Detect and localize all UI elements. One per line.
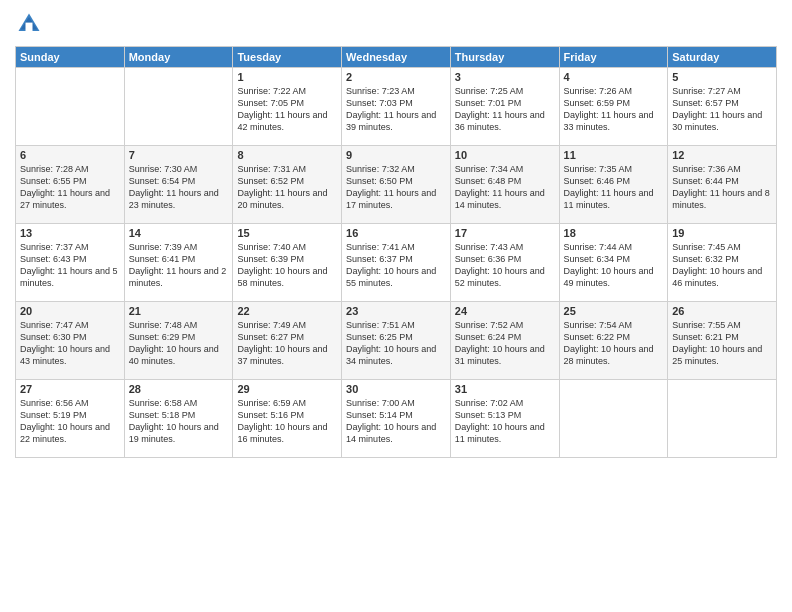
day-number: 15 — [237, 227, 337, 239]
calendar-cell: 13Sunrise: 7:37 AMSunset: 6:43 PMDayligh… — [16, 224, 125, 302]
cell-info: Sunrise: 6:59 AMSunset: 5:16 PMDaylight:… — [237, 397, 337, 446]
calendar-cell: 29Sunrise: 6:59 AMSunset: 5:16 PMDayligh… — [233, 380, 342, 458]
day-number: 7 — [129, 149, 229, 161]
calendar-cell: 26Sunrise: 7:55 AMSunset: 6:21 PMDayligh… — [668, 302, 777, 380]
day-number: 2 — [346, 71, 446, 83]
calendar-cell — [559, 380, 668, 458]
calendar-cell: 6Sunrise: 7:28 AMSunset: 6:55 PMDaylight… — [16, 146, 125, 224]
calendar-cell: 11Sunrise: 7:35 AMSunset: 6:46 PMDayligh… — [559, 146, 668, 224]
calendar-cell: 12Sunrise: 7:36 AMSunset: 6:44 PMDayligh… — [668, 146, 777, 224]
cell-info: Sunrise: 7:43 AMSunset: 6:36 PMDaylight:… — [455, 241, 555, 290]
cell-info: Sunrise: 7:39 AMSunset: 6:41 PMDaylight:… — [129, 241, 229, 290]
calendar-cell: 16Sunrise: 7:41 AMSunset: 6:37 PMDayligh… — [342, 224, 451, 302]
cell-info: Sunrise: 7:55 AMSunset: 6:21 PMDaylight:… — [672, 319, 772, 368]
day-number: 23 — [346, 305, 446, 317]
cell-info: Sunrise: 7:37 AMSunset: 6:43 PMDaylight:… — [20, 241, 120, 290]
cell-info: Sunrise: 7:02 AMSunset: 5:13 PMDaylight:… — [455, 397, 555, 446]
day-number: 31 — [455, 383, 555, 395]
day-number: 24 — [455, 305, 555, 317]
day-number: 1 — [237, 71, 337, 83]
day-number: 14 — [129, 227, 229, 239]
calendar-cell: 21Sunrise: 7:48 AMSunset: 6:29 PMDayligh… — [124, 302, 233, 380]
day-number: 3 — [455, 71, 555, 83]
day-number: 13 — [20, 227, 120, 239]
cell-info: Sunrise: 7:40 AMSunset: 6:39 PMDaylight:… — [237, 241, 337, 290]
cell-info: Sunrise: 7:26 AMSunset: 6:59 PMDaylight:… — [564, 85, 664, 134]
cell-info: Sunrise: 7:32 AMSunset: 6:50 PMDaylight:… — [346, 163, 446, 212]
day-number: 8 — [237, 149, 337, 161]
weekday-sunday: Sunday — [16, 47, 125, 68]
day-number: 12 — [672, 149, 772, 161]
cell-info: Sunrise: 7:23 AMSunset: 7:03 PMDaylight:… — [346, 85, 446, 134]
day-number: 5 — [672, 71, 772, 83]
calendar-cell: 22Sunrise: 7:49 AMSunset: 6:27 PMDayligh… — [233, 302, 342, 380]
calendar-cell: 28Sunrise: 6:58 AMSunset: 5:18 PMDayligh… — [124, 380, 233, 458]
calendar-cell: 3Sunrise: 7:25 AMSunset: 7:01 PMDaylight… — [450, 68, 559, 146]
day-number: 19 — [672, 227, 772, 239]
day-number: 18 — [564, 227, 664, 239]
week-row-3: 13Sunrise: 7:37 AMSunset: 6:43 PMDayligh… — [16, 224, 777, 302]
weekday-wednesday: Wednesday — [342, 47, 451, 68]
day-number: 26 — [672, 305, 772, 317]
cell-info: Sunrise: 7:25 AMSunset: 7:01 PMDaylight:… — [455, 85, 555, 134]
calendar-cell: 9Sunrise: 7:32 AMSunset: 6:50 PMDaylight… — [342, 146, 451, 224]
calendar-cell: 27Sunrise: 6:56 AMSunset: 5:19 PMDayligh… — [16, 380, 125, 458]
cell-info: Sunrise: 7:36 AMSunset: 6:44 PMDaylight:… — [672, 163, 772, 212]
calendar-cell: 23Sunrise: 7:51 AMSunset: 6:25 PMDayligh… — [342, 302, 451, 380]
weekday-monday: Monday — [124, 47, 233, 68]
day-number: 6 — [20, 149, 120, 161]
cell-info: Sunrise: 7:28 AMSunset: 6:55 PMDaylight:… — [20, 163, 120, 212]
weekday-tuesday: Tuesday — [233, 47, 342, 68]
calendar-page: SundayMondayTuesdayWednesdayThursdayFrid… — [0, 0, 792, 612]
weekday-saturday: Saturday — [668, 47, 777, 68]
calendar-cell: 14Sunrise: 7:39 AMSunset: 6:41 PMDayligh… — [124, 224, 233, 302]
weekday-friday: Friday — [559, 47, 668, 68]
cell-info: Sunrise: 7:34 AMSunset: 6:48 PMDaylight:… — [455, 163, 555, 212]
calendar-cell: 2Sunrise: 7:23 AMSunset: 7:03 PMDaylight… — [342, 68, 451, 146]
cell-info: Sunrise: 7:45 AMSunset: 6:32 PMDaylight:… — [672, 241, 772, 290]
cell-info: Sunrise: 7:27 AMSunset: 6:57 PMDaylight:… — [672, 85, 772, 134]
calendar-cell: 24Sunrise: 7:52 AMSunset: 6:24 PMDayligh… — [450, 302, 559, 380]
cell-info: Sunrise: 7:48 AMSunset: 6:29 PMDaylight:… — [129, 319, 229, 368]
cell-info: Sunrise: 7:30 AMSunset: 6:54 PMDaylight:… — [129, 163, 229, 212]
cell-info: Sunrise: 7:00 AMSunset: 5:14 PMDaylight:… — [346, 397, 446, 446]
calendar-cell — [124, 68, 233, 146]
calendar-cell: 25Sunrise: 7:54 AMSunset: 6:22 PMDayligh… — [559, 302, 668, 380]
calendar-cell: 5Sunrise: 7:27 AMSunset: 6:57 PMDaylight… — [668, 68, 777, 146]
day-number: 4 — [564, 71, 664, 83]
calendar-cell: 4Sunrise: 7:26 AMSunset: 6:59 PMDaylight… — [559, 68, 668, 146]
header — [15, 10, 777, 38]
calendar-cell: 15Sunrise: 7:40 AMSunset: 6:39 PMDayligh… — [233, 224, 342, 302]
day-number: 27 — [20, 383, 120, 395]
calendar-cell: 17Sunrise: 7:43 AMSunset: 6:36 PMDayligh… — [450, 224, 559, 302]
logo-icon — [15, 10, 43, 38]
calendar-cell: 18Sunrise: 7:44 AMSunset: 6:34 PMDayligh… — [559, 224, 668, 302]
cell-info: Sunrise: 6:58 AMSunset: 5:18 PMDaylight:… — [129, 397, 229, 446]
day-number: 9 — [346, 149, 446, 161]
cell-info: Sunrise: 6:56 AMSunset: 5:19 PMDaylight:… — [20, 397, 120, 446]
calendar-cell: 7Sunrise: 7:30 AMSunset: 6:54 PMDaylight… — [124, 146, 233, 224]
week-row-5: 27Sunrise: 6:56 AMSunset: 5:19 PMDayligh… — [16, 380, 777, 458]
calendar-cell: 1Sunrise: 7:22 AMSunset: 7:05 PMDaylight… — [233, 68, 342, 146]
svg-rect-2 — [26, 23, 33, 31]
calendar-cell: 20Sunrise: 7:47 AMSunset: 6:30 PMDayligh… — [16, 302, 125, 380]
day-number: 16 — [346, 227, 446, 239]
weekday-header-row: SundayMondayTuesdayWednesdayThursdayFrid… — [16, 47, 777, 68]
cell-info: Sunrise: 7:51 AMSunset: 6:25 PMDaylight:… — [346, 319, 446, 368]
cell-info: Sunrise: 7:49 AMSunset: 6:27 PMDaylight:… — [237, 319, 337, 368]
day-number: 10 — [455, 149, 555, 161]
day-number: 25 — [564, 305, 664, 317]
cell-info: Sunrise: 7:52 AMSunset: 6:24 PMDaylight:… — [455, 319, 555, 368]
day-number: 30 — [346, 383, 446, 395]
weekday-thursday: Thursday — [450, 47, 559, 68]
calendar-cell: 31Sunrise: 7:02 AMSunset: 5:13 PMDayligh… — [450, 380, 559, 458]
week-row-1: 1Sunrise: 7:22 AMSunset: 7:05 PMDaylight… — [16, 68, 777, 146]
calendar-cell — [668, 380, 777, 458]
cell-info: Sunrise: 7:41 AMSunset: 6:37 PMDaylight:… — [346, 241, 446, 290]
day-number: 22 — [237, 305, 337, 317]
cell-info: Sunrise: 7:54 AMSunset: 6:22 PMDaylight:… — [564, 319, 664, 368]
cell-info: Sunrise: 7:44 AMSunset: 6:34 PMDaylight:… — [564, 241, 664, 290]
calendar-cell: 30Sunrise: 7:00 AMSunset: 5:14 PMDayligh… — [342, 380, 451, 458]
calendar-table: SundayMondayTuesdayWednesdayThursdayFrid… — [15, 46, 777, 458]
calendar-cell — [16, 68, 125, 146]
